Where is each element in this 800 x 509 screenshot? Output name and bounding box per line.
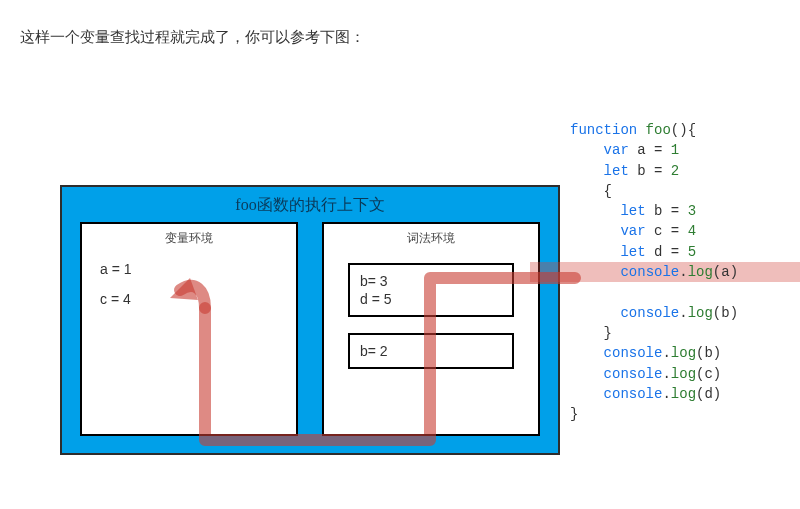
code-punct: . [679,264,687,280]
code-text: a = [629,142,671,158]
code-punct: ) [713,345,721,361]
var-env-line: c = 4 [100,291,286,307]
lex-scope-block: b= 2 [348,333,514,369]
code-ident: console [604,345,663,361]
code-text: b = [629,163,671,179]
code-punct: ) [730,264,738,280]
highlighted-code-line: console.log(a) [530,262,800,282]
code-ident: console [604,366,663,382]
execution-context-diagram: foo函数的执行上下文 变量环境 a = 1 c = 4 词法环境 b= 3 d… [60,185,560,455]
code-method: log [671,345,696,361]
code-arg: a [721,264,729,280]
code-number: 1 [671,142,679,158]
code-text: d = [646,244,688,260]
code-punct: (){ [671,122,696,138]
code-punct: ( [713,305,721,321]
code-number: 3 [688,203,696,219]
code-method: log [688,264,713,280]
code-text: b = [646,203,688,219]
scope-line: d = 5 [360,291,502,307]
code-keyword: let [620,203,645,219]
var-env-line: a = 1 [100,261,286,277]
code-punct: ( [713,264,721,280]
code-keyword: var [604,142,629,158]
code-arg: d [704,386,712,402]
env-row: 变量环境 a = 1 c = 4 词法环境 b= 3 d = 5 b= 2 [62,222,558,446]
code-keyword: let [604,163,629,179]
lex-env-title: 词法环境 [334,230,528,247]
code-punct: ) [713,386,721,402]
code-method: log [671,386,696,402]
code-fn-name: foo [637,122,671,138]
scope-line: b= 2 [360,343,502,359]
code-brace: } [604,325,612,341]
code-arg: b [704,345,712,361]
scope-line: b= 3 [360,273,502,289]
diagram-title: foo函数的执行上下文 [62,187,558,222]
code-keyword: let [620,244,645,260]
code-punct: ) [730,305,738,321]
code-keyword: var [620,223,645,239]
code-punct: ) [713,366,721,382]
code-ident: console [620,264,679,280]
code-arg: b [721,305,729,321]
code-brace: { [604,183,612,199]
code-number: 2 [671,163,679,179]
var-env-title: 变量环境 [92,230,286,247]
variable-environment-box: 变量环境 a = 1 c = 4 [80,222,298,436]
code-punct: . [679,305,687,321]
code-punct: . [662,366,670,382]
code-keyword: function [570,122,637,138]
code-number: 5 [688,244,696,260]
code-method: log [671,366,696,382]
code-punct: . [662,386,670,402]
code-number: 4 [688,223,696,239]
code-method: log [688,305,713,321]
code-ident: console [604,386,663,402]
code-text: c = [646,223,688,239]
lexical-environment-box: 词法环境 b= 3 d = 5 b= 2 [322,222,540,436]
code-arg: c [704,366,712,382]
code-punct: . [662,345,670,361]
lex-scope-block: b= 3 d = 5 [348,263,514,317]
code-brace: } [570,406,578,422]
code-ident: console [620,305,679,321]
code-snippet: function foo(){ var a = 1 let b = 2 { le… [570,120,738,424]
intro-text: 这样一个变量查找过程就完成了，你可以参考下图： [20,28,365,47]
